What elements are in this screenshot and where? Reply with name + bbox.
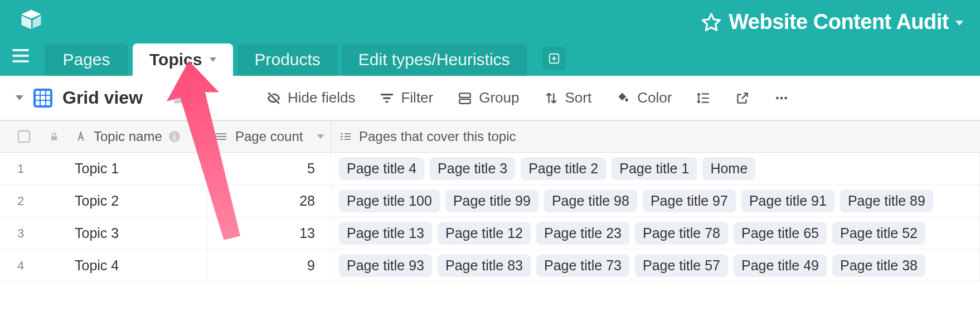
star-icon[interactable] [701,12,722,33]
add-tab-button[interactable] [542,47,566,70]
linked-record-pill[interactable]: Page title 57 [635,254,728,277]
linked-record-pill[interactable]: Page title 83 [438,254,531,277]
linked-record-pill[interactable]: Page title 4 [339,157,424,180]
linked-record-pill[interactable]: Page title 91 [741,189,835,212]
column-header-pages[interactable]: Pages that cover this topic [331,121,980,152]
tab-products[interactable]: Products [237,43,337,76]
tab-label: Topics [149,50,202,69]
linked-record-pill[interactable]: Page title 3 [430,157,515,180]
linked-record-pill[interactable]: Page title 49 [734,254,827,277]
linked-record-pill[interactable]: Page title 1 [612,157,697,180]
linked-record-pill[interactable]: Page title 12 [438,222,531,245]
plus-icon [548,52,560,65]
group-button[interactable]: Group [458,89,519,106]
linked-record-pill[interactable]: Home [702,157,755,180]
cell-pages[interactable]: Page title 100Page title 99Page title 98… [331,185,980,217]
grid-rows: 1Topic 15Page title 4Page title 3Page ti… [0,153,980,282]
filter-icon [380,91,394,105]
view-switcher[interactable]: Grid view [16,88,143,108]
tab-edit-types[interactable]: Edit types/Heuristics [342,43,527,76]
grid-view-icon [33,89,52,108]
linked-record-pill[interactable]: Page title 65 [734,222,827,245]
linked-record-pill[interactable]: Page title 98 [544,189,637,212]
text-field-icon [75,130,87,143]
lock-icon [41,132,67,142]
column-header-row: Topic name i Page count Pages that cover… [0,120,980,153]
chevron-down-icon [16,95,23,100]
cell-topic-name[interactable]: Topic 3 [67,217,207,249]
cell-topic-name[interactable]: Topic 4 [67,250,207,281]
chevron-down-icon[interactable] [193,134,200,139]
column-header-page-count[interactable]: Page count [207,121,331,152]
app-header: Website Content Audit Pages Topics Produ… [0,0,980,76]
app-logo-icon[interactable] [20,8,43,31]
cell-pages[interactable]: Page title 13Page title 12Page title 23P… [331,217,980,249]
hide-fields-button[interactable]: Hide fields [266,89,355,106]
cell-page-count[interactable]: 13 [207,217,331,249]
linked-record-pill[interactable]: Page title 52 [832,222,925,245]
table-row[interactable]: 1Topic 15Page title 4Page title 3Page ti… [0,153,980,185]
column-header-topic-name[interactable]: Topic name i [67,121,207,152]
table-row[interactable]: 4Topic 49Page title 93Page title 83Page … [0,250,980,282]
chevron-down-icon[interactable] [210,57,216,62]
select-all-checkbox[interactable] [7,130,41,143]
svg-point-8 [776,96,779,99]
table-row[interactable]: 3Topic 313Page title 13Page title 12Page… [0,217,980,250]
row-height-icon [696,91,711,105]
cell-pages[interactable]: Page title 4Page title 3Page title 2Page… [331,153,980,184]
linked-record-pill[interactable]: Page title 13 [339,222,432,245]
filter-button[interactable]: Filter [380,89,433,106]
chevron-down-icon[interactable] [317,134,324,139]
cell-page-count[interactable]: 28 [207,185,331,217]
row-height-button[interactable] [696,91,711,105]
menu-icon[interactable] [12,46,32,66]
row-number: 2 [0,194,41,208]
share-icon [735,91,750,105]
collaborators-icon[interactable] [173,88,195,108]
more-button[interactable] [774,91,789,105]
tab-label: Pages [62,50,110,69]
sort-icon [544,91,559,105]
linked-record-pill[interactable]: Page title 2 [521,157,606,180]
cell-pages[interactable]: Page title 93Page title 83Page title 73P… [331,250,980,281]
linked-record-pill[interactable]: Page title 100 [339,189,440,212]
eye-off-icon [266,91,281,105]
view-toolbar: Grid view Hide fields Filter Group [0,76,980,120]
tab-label: Edit types/Heuristics [358,50,510,69]
svg-point-12 [216,133,217,135]
linked-record-pill[interactable]: Page title 99 [445,189,538,212]
chevron-down-icon[interactable] [955,21,963,26]
tabs-row: Pages Topics Products Edit types/Heurist… [0,39,980,76]
view-name: Grid view [62,88,143,108]
tab-topics[interactable]: Topics [133,43,233,76]
cell-topic-name[interactable]: Topic 1 [67,153,207,184]
linked-record-pill[interactable]: Page title 89 [840,189,933,212]
svg-marker-2 [33,16,41,28]
color-button[interactable]: Color [616,89,672,106]
cell-page-count[interactable]: 5 [207,153,331,184]
share-button[interactable] [735,91,750,105]
tab-label: Products [254,50,320,69]
svg-point-10 [785,96,788,99]
base-title[interactable]: Website Content Audit [729,10,949,34]
svg-point-9 [780,96,783,99]
linked-record-pill[interactable]: Page title 73 [536,254,629,277]
sort-button[interactable]: Sort [544,89,592,106]
row-number: 3 [0,226,41,241]
svg-point-4 [176,90,183,96]
svg-rect-6 [459,93,470,98]
info-icon[interactable]: i [169,131,180,142]
tab-pages[interactable]: Pages [45,43,128,76]
linked-record-pill[interactable]: Page title 93 [339,254,432,277]
svg-point-14 [216,139,217,140]
table-row[interactable]: 2Topic 228Page title 100Page title 99Pag… [0,185,980,217]
linked-record-pill[interactable]: Page title 97 [643,189,736,212]
linked-record-pill[interactable]: Page title 38 [832,254,925,277]
cell-page-count[interactable]: 9 [207,250,331,281]
linked-record-pill[interactable]: Page title 23 [536,222,629,245]
linked-record-pill[interactable]: Page title 78 [635,222,728,245]
svg-rect-7 [459,99,470,104]
row-number: 4 [0,259,41,273]
cell-topic-name[interactable]: Topic 2 [67,185,207,217]
group-icon [458,91,472,105]
